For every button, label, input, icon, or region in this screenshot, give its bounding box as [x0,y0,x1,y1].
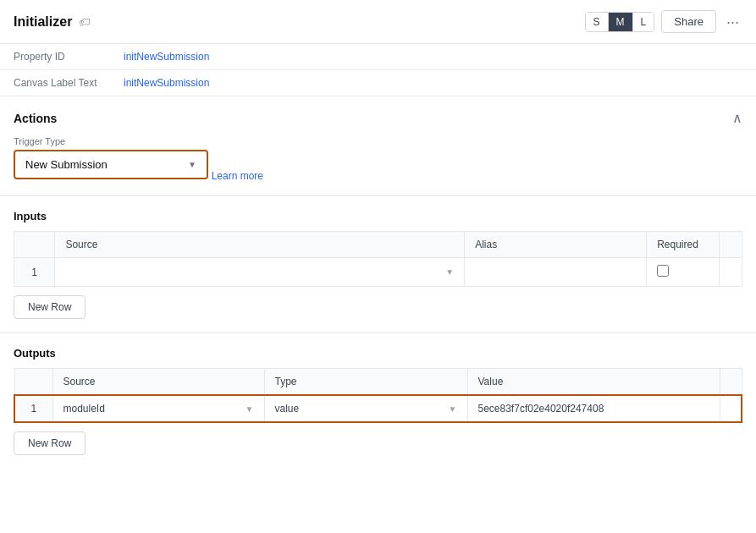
outputs-row-num: 1 [14,395,52,422]
learn-more-link[interactable]: Learn more [212,170,263,182]
trigger-select-wrapper: New Submission ▼ [14,150,208,179]
outputs-col-value: Value [467,369,720,396]
type-value: value [275,403,300,415]
trigger-select[interactable]: New Submission ▼ [15,151,207,178]
outputs-section: Outputs Source Type Value 1 moduleId ▼ [0,333,756,469]
outputs-row-extra [720,395,742,422]
required-checkbox[interactable] [657,265,669,277]
property-id-label: Property ID [14,51,124,63]
outputs-title: Outputs [14,347,742,360]
inputs-col-num [14,232,55,258]
size-s-button[interactable]: S [586,13,609,31]
header-left: Initializer 🏷 [14,14,91,30]
size-buttons: S M L [585,12,655,32]
inputs-table: Source Alias Required 1 ▼ [14,231,742,287]
outputs-new-row-button[interactable]: New Row [14,431,86,455]
chevron-down-icon: ▼ [445,267,454,277]
tag-icon: 🏷 [79,15,91,29]
source-value: moduleId [63,403,105,415]
inputs-row-num: 1 [14,258,55,287]
outputs-col-actions [720,369,742,396]
more-button[interactable]: ··· [723,13,742,31]
chevron-down-icon: ▼ [188,160,196,169]
inputs-col-source: Source [55,232,465,258]
canvas-label-text-label: Canvas Label Text [14,77,124,89]
trigger-type-container: Trigger Type New Submission ▼ [14,136,208,179]
header: Initializer 🏷 S M L Share ··· [0,0,756,44]
header-right: S M L Share ··· [585,10,742,33]
canvas-label-row: Canvas Label Text initNewSubmission [0,70,756,96]
inputs-row-extra [720,258,742,287]
chevron-down-icon: ▼ [246,404,254,414]
outputs-row-source[interactable]: moduleId ▼ [52,395,264,422]
size-l-button[interactable]: L [633,13,654,31]
inputs-col-required: Required [647,232,720,258]
outputs-row-type[interactable]: value ▼ [264,395,467,422]
share-button[interactable]: Share [661,10,716,33]
canvas-label-value[interactable]: initNewSubmission [124,77,209,89]
actions-title: Actions [14,112,57,125]
inputs-row-alias[interactable] [465,258,647,287]
outputs-row-value[interactable]: 5ece83f7cf02e4020f247408 [467,395,720,422]
inputs-new-row-button[interactable]: New Row [14,295,86,319]
size-m-button[interactable]: M [609,13,633,31]
actions-section: Actions ∧ Trigger Type New Submission ▼ … [0,96,756,196]
trigger-type-value: New Submission [25,158,108,171]
outputs-col-num [14,369,52,396]
table-row: 1 ▼ [14,258,742,287]
outputs-table: Source Type Value 1 moduleId ▼ value [14,368,742,423]
inputs-row-source[interactable]: ▼ [55,258,465,287]
trigger-type-label: Trigger Type [14,136,208,146]
property-id-row: Property ID initNewSubmission [0,44,756,70]
property-rows: Property ID initNewSubmission Canvas Lab… [0,44,756,96]
property-id-value[interactable]: initNewSubmission [124,51,209,63]
outputs-col-type: Type [264,369,467,396]
inputs-row-required [647,258,720,287]
inputs-col-alias: Alias [465,232,647,258]
inputs-title: Inputs [14,210,742,223]
chevron-down-icon: ▼ [449,404,457,414]
table-row: 1 moduleId ▼ value ▼ 5ece83f7cf02e4020f2… [14,395,742,422]
actions-section-header: Actions ∧ [14,110,742,126]
inputs-col-actions [720,232,742,258]
actions-collapse-button[interactable]: ∧ [732,110,742,126]
page-title: Initializer [14,14,72,30]
inputs-section: Inputs Source Alias Required 1 ▼ [0,196,756,333]
outputs-col-source: Source [52,369,264,396]
